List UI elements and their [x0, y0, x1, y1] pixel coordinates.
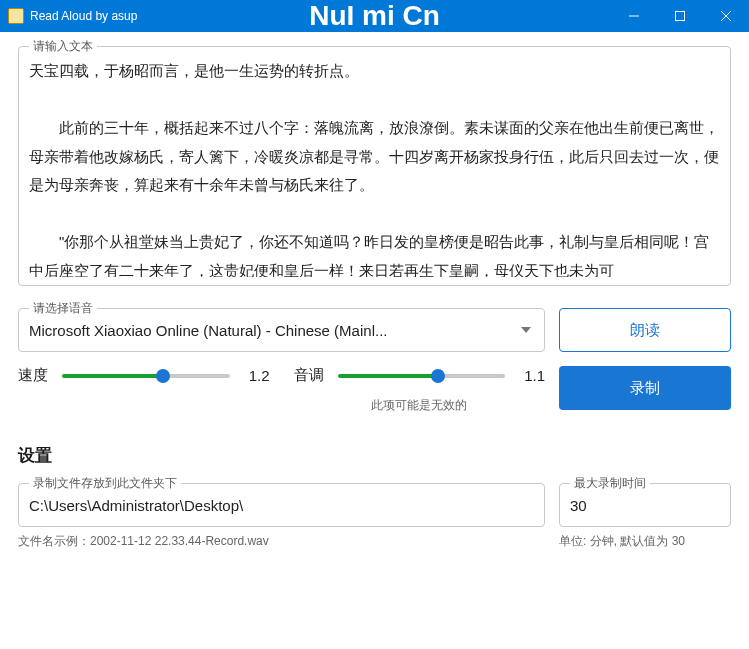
- max-time-column: 最大录制时间 单位: 分钟, 默认值为 30: [559, 483, 731, 550]
- speed-value: 1.2: [240, 367, 270, 384]
- sliders-row: 速度 1.2 音调 1.1 此项可能是无效: [18, 366, 545, 414]
- pitch-slider[interactable]: [338, 374, 506, 378]
- close-icon: [721, 11, 731, 21]
- close-button[interactable]: [703, 0, 749, 32]
- text-input-legend: 请输入文本: [29, 38, 97, 55]
- read-button[interactable]: 朗读: [559, 308, 731, 352]
- svg-rect-0: [676, 12, 685, 21]
- max-time-group: 最大录制时间: [559, 483, 731, 527]
- speed-slider-group: 速度 1.2: [18, 366, 270, 385]
- save-path-group: 录制文件存放到此文件夹下: [18, 483, 545, 527]
- app-icon: [8, 8, 24, 24]
- text-input-group: 请输入文本: [18, 46, 731, 286]
- window-title: Read Aloud by asup: [30, 9, 137, 23]
- pitch-note: 此项可能是无效的: [294, 397, 546, 414]
- content-area: 请输入文本 请选择语音 Microsoft Xiaoxiao Online (N…: [0, 32, 749, 550]
- voice-select[interactable]: 请选择语音 Microsoft Xiaoxiao Online (Natural…: [18, 308, 545, 352]
- save-path-input[interactable]: [29, 497, 534, 514]
- titlebar: Read Aloud by asup NuI mi Cn: [0, 0, 749, 32]
- minimize-icon: [629, 11, 639, 21]
- save-path-legend: 录制文件存放到此文件夹下: [29, 475, 181, 492]
- window-controls: [611, 0, 749, 32]
- maximize-button[interactable]: [657, 0, 703, 32]
- buttons-column: 朗读 录制: [559, 308, 731, 410]
- read-button-label: 朗读: [630, 321, 660, 340]
- voice-column: 请选择语音 Microsoft Xiaoxiao Online (Natural…: [18, 308, 545, 414]
- speed-slider-thumb[interactable]: [156, 369, 170, 383]
- voice-select-value: Microsoft Xiaoxiao Online (Natural) - Ch…: [29, 322, 514, 339]
- text-input[interactable]: [29, 57, 720, 277]
- max-time-input[interactable]: [570, 497, 749, 514]
- max-time-helper: 单位: 分钟, 默认值为 30: [559, 533, 731, 550]
- voice-and-buttons-row: 请选择语音 Microsoft Xiaoxiao Online (Natural…: [18, 308, 731, 414]
- minimize-button[interactable]: [611, 0, 657, 32]
- voice-select-legend: 请选择语音: [29, 300, 97, 317]
- speed-slider[interactable]: [62, 374, 230, 378]
- settings-row: 录制文件存放到此文件夹下 文件名示例：2002-11-12 22.33.44-R…: [18, 483, 731, 550]
- record-button-label: 录制: [630, 379, 660, 398]
- watermark-text: NuI mi Cn: [309, 0, 440, 32]
- save-path-column: 录制文件存放到此文件夹下 文件名示例：2002-11-12 22.33.44-R…: [18, 483, 545, 550]
- pitch-value: 1.1: [515, 367, 545, 384]
- dropdown-icon: [514, 318, 538, 342]
- settings-heading: 设置: [18, 444, 731, 467]
- max-time-legend: 最大录制时间: [570, 475, 650, 492]
- record-button[interactable]: 录制: [559, 366, 731, 410]
- speed-label: 速度: [18, 366, 52, 385]
- save-path-helper: 文件名示例：2002-11-12 22.33.44-Record.wav: [18, 533, 545, 550]
- pitch-label: 音调: [294, 366, 328, 385]
- pitch-slider-thumb[interactable]: [431, 369, 445, 383]
- pitch-slider-group: 音调 1.1 此项可能是无效的: [294, 366, 546, 414]
- maximize-icon: [675, 11, 685, 21]
